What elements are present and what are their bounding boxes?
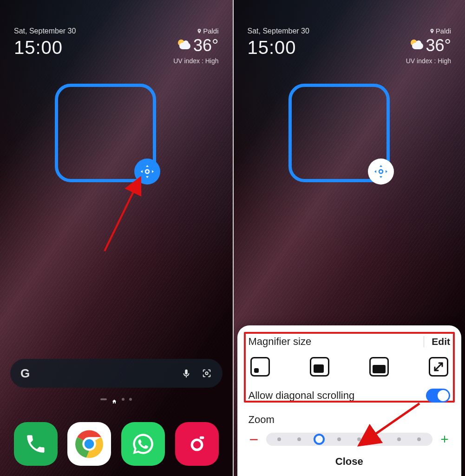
zoom-tick bbox=[277, 437, 281, 441]
svg-point-6 bbox=[85, 439, 94, 449]
svg-point-11 bbox=[380, 170, 382, 172]
magnifier-settings-icon bbox=[138, 162, 157, 181]
magnifier-settings-icon bbox=[372, 162, 390, 181]
weather-icon bbox=[177, 39, 190, 52]
diagonal-scrolling-label: Allow diagonal scrolling bbox=[249, 390, 355, 402]
zoom-increase-button[interactable]: + bbox=[439, 432, 450, 446]
clock-weather-widget[interactable]: Sat, September 30 15:00 Paldi 36° UV ind… bbox=[248, 27, 452, 65]
size-small-button[interactable] bbox=[250, 357, 270, 377]
svg-rect-9 bbox=[200, 436, 204, 439]
zoom-tick bbox=[417, 437, 421, 441]
phone-screenshot-right: Sat, September 30 15:00 Paldi 36° UV ind… bbox=[233, 0, 465, 476]
size-fullscreen-button[interactable] bbox=[429, 357, 448, 377]
location-pin-icon bbox=[429, 27, 435, 33]
svg-point-1 bbox=[146, 170, 148, 172]
uv-index-text: UV index : High bbox=[173, 57, 218, 65]
phone-screenshot-left: Sat, September 30 15:00 Paldi 36° UV ind… bbox=[0, 0, 233, 476]
close-button[interactable]: Close bbox=[249, 454, 451, 468]
diagonal-scrolling-toggle[interactable] bbox=[426, 389, 450, 403]
edit-button[interactable]: Edit bbox=[424, 336, 450, 347]
expand-icon bbox=[433, 361, 444, 372]
magnifier-settings-button[interactable] bbox=[134, 159, 160, 185]
pager-home-icon bbox=[111, 398, 117, 403]
zoom-tick bbox=[377, 437, 381, 441]
whatsapp-app-icon[interactable] bbox=[121, 422, 165, 466]
zoom-tick bbox=[337, 437, 341, 441]
lens-icon[interactable] bbox=[201, 368, 212, 379]
google-logo-icon: G bbox=[20, 366, 30, 381]
date-text: Sat, September 30 bbox=[14, 27, 76, 35]
wallpaper bbox=[0, 0, 233, 476]
google-search-bar[interactable]: G bbox=[10, 359, 223, 388]
zoom-decrease-button[interactable]: − bbox=[249, 431, 260, 447]
zoom-tick bbox=[297, 437, 301, 441]
mic-icon[interactable] bbox=[181, 368, 192, 379]
temperature-text: 36° bbox=[426, 36, 451, 55]
zoom-slider[interactable] bbox=[266, 433, 433, 446]
location-text: Paldi bbox=[173, 27, 218, 35]
magnifier-settings-button[interactable] bbox=[368, 159, 394, 185]
size-options-row bbox=[249, 357, 451, 377]
size-medium-button[interactable] bbox=[310, 357, 329, 377]
zoom-label: Zoom bbox=[249, 414, 451, 426]
weather-icon bbox=[410, 39, 423, 52]
chrome-app-icon[interactable] bbox=[67, 422, 111, 466]
location-text: Paldi bbox=[406, 27, 451, 35]
pager-dot-icon bbox=[129, 398, 132, 401]
pager-dot-icon bbox=[122, 398, 124, 401]
zoom-tick bbox=[357, 437, 361, 441]
magnifier-settings-sheet: Magnifier size Edit Allow diagonal scrol… bbox=[237, 325, 462, 476]
date-text: Sat, September 30 bbox=[248, 27, 309, 35]
zoom-tick bbox=[397, 437, 401, 441]
page-indicator[interactable] bbox=[0, 398, 233, 403]
size-large-button[interactable] bbox=[369, 357, 389, 377]
dock bbox=[0, 422, 233, 466]
zoom-thumb[interactable] bbox=[314, 434, 325, 445]
time-text: 15:00 bbox=[14, 37, 76, 58]
svg-point-3 bbox=[205, 372, 208, 375]
magnifier-window[interactable] bbox=[288, 84, 390, 182]
clock-weather-widget[interactable]: Sat, September 30 15:00 Paldi 36° UV ind… bbox=[14, 27, 219, 65]
uv-index-text: UV index : High bbox=[406, 57, 451, 65]
time-text: 15:00 bbox=[248, 37, 309, 58]
svg-point-8 bbox=[193, 441, 201, 449]
temperature-text: 36° bbox=[193, 36, 218, 55]
magnifier-size-title: Magnifier size bbox=[249, 336, 312, 348]
phone-app-icon[interactable] bbox=[14, 422, 58, 466]
magnifier-window[interactable] bbox=[55, 84, 156, 182]
pager-dash-icon bbox=[100, 398, 107, 400]
location-pin-icon bbox=[196, 27, 202, 33]
camera-app-icon[interactable] bbox=[175, 422, 219, 466]
